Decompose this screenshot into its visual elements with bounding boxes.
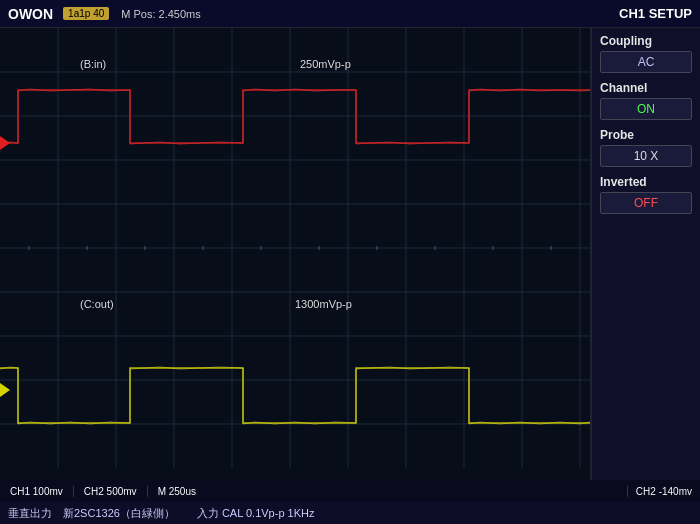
ch2-pos-status: CH2 -140mv [628, 486, 700, 497]
right-panel: Coupling AC Channel ON Probe 10 X Invert… [592, 28, 700, 480]
top-bar: OWON 1a1p 40 M Pos: 2.450ms CH1 SETUP [0, 0, 700, 28]
ch2-voltage-label: 1300mVp-p [295, 298, 352, 310]
coupling-value[interactable]: AC [600, 51, 692, 73]
m-pos-label: M Pos: [121, 8, 155, 20]
channel-value[interactable]: ON [600, 98, 692, 120]
grid-container [0, 28, 590, 480]
inverted-value[interactable]: OFF [600, 192, 692, 214]
ch1-bin-label: (B:in) [80, 58, 106, 70]
main-container: OWON 1a1p 40 M Pos: 2.450ms CH1 SETUP [0, 0, 700, 524]
inverted-label: Inverted [600, 175, 692, 189]
trigger-badge: 1a1p 40 [63, 7, 109, 20]
inverted-section: Inverted OFF [600, 175, 692, 214]
m-pos-display: M Pos: 2.450ms [121, 8, 619, 20]
ch1-ground-marker [0, 136, 10, 150]
probe-value[interactable]: 10 X [600, 145, 692, 167]
m-status: M 250us [148, 486, 628, 497]
japanese-label: 垂直出力 新2SC1326（白緑側） 入力 CAL 0.1Vp-p 1KHz [8, 506, 314, 521]
ch2-cout-label: (C:out) [80, 298, 114, 310]
content-area: (B:in) 250mVp-p (C:out) 1300mVp-p Coupli… [0, 28, 700, 480]
ch1-status: CH1 100mv [0, 486, 74, 497]
ch2-ground-marker [0, 383, 10, 397]
bottom-top-row: CH1 100mv CH2 500mv M 250us CH2 -140mv [0, 480, 700, 502]
ch2-status: CH2 500mv [74, 486, 148, 497]
channel-section: Channel ON [600, 81, 692, 120]
ch1-setup-title: CH1 SETUP [619, 6, 692, 21]
scope-screen: (B:in) 250mVp-p (C:out) 1300mVp-p [0, 28, 592, 480]
m-pos-value: 2.450ms [159, 8, 201, 20]
svg-rect-0 [0, 28, 590, 480]
owon-logo: OWON [8, 6, 53, 22]
probe-section: Probe 10 X [600, 128, 692, 167]
probe-label: Probe [600, 128, 692, 142]
ch1-voltage-label: 250mVp-p [300, 58, 351, 70]
channel-label: Channel [600, 81, 692, 95]
grid-svg [0, 28, 590, 480]
coupling-label: Coupling [600, 34, 692, 48]
coupling-section: Coupling AC [600, 34, 692, 73]
bottom-area: CH1 100mv CH2 500mv M 250us CH2 -140mv 垂… [0, 480, 700, 524]
bottom-bottom-row: 垂直出力 新2SC1326（白緑側） 入力 CAL 0.1Vp-p 1KHz [0, 502, 700, 524]
